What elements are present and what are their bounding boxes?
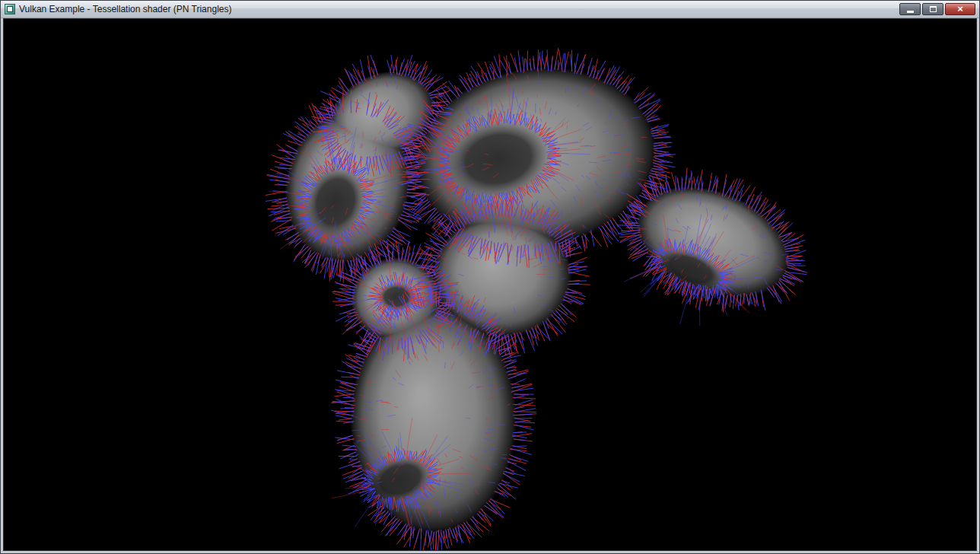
close-icon: × (957, 4, 963, 14)
titlebar[interactable]: Vulkan Example - Tessellation shader (PN… (1, 1, 979, 18)
window-controls: × (899, 3, 975, 15)
maximize-icon (930, 6, 937, 12)
minimize-icon (907, 11, 914, 13)
app-window: Vulkan Example - Tessellation shader (PN… (0, 0, 980, 554)
window-title: Vulkan Example - Tessellation shader (PN… (19, 1, 231, 18)
minimize-button[interactable] (899, 3, 921, 15)
viewport (3, 18, 977, 551)
app-icon (5, 4, 15, 14)
vulkan-icon (7, 6, 13, 12)
close-button[interactable]: × (945, 3, 975, 15)
render-canvas[interactable] (4, 19, 976, 551)
maximize-button[interactable] (922, 3, 943, 15)
